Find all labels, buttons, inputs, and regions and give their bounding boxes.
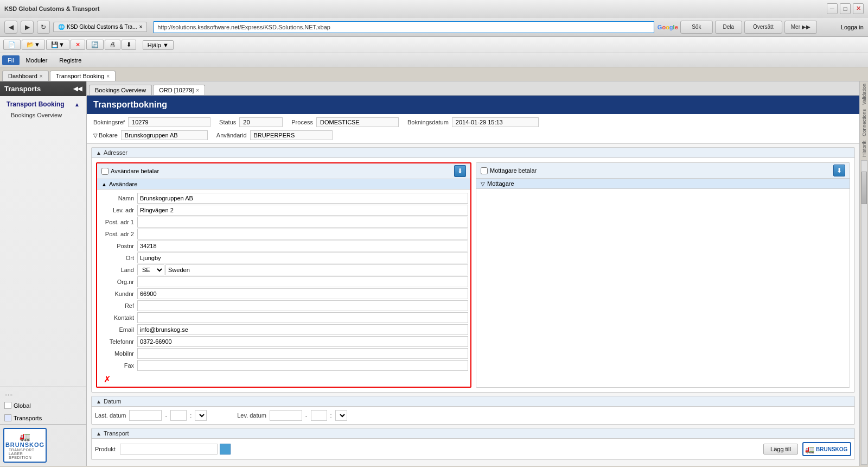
save-btn[interactable]: 💾▼	[46, 40, 69, 50]
land-input-group: SE	[137, 264, 468, 275]
ref-input[interactable]	[137, 300, 468, 311]
refresh-button[interactable]: ↻	[37, 21, 50, 34]
close-button[interactable]: ✕	[853, 3, 864, 14]
datum-label: Datum	[104, 398, 121, 405]
transport-truck-icon: 🚛	[805, 445, 814, 453]
sidebar-item-transport-booking[interactable]: Transport Booking ▲	[0, 98, 86, 110]
sub-tab-ord-close[interactable]: ×	[196, 87, 199, 93]
kundnr-input[interactable]	[137, 288, 468, 299]
sidebar-sub-bookings-overview[interactable]: Bookings Overview	[0, 110, 86, 120]
bokare-input[interactable]	[121, 130, 208, 140]
transport-chevron-icon: ▲	[96, 431, 101, 437]
post-adr2-input[interactable]	[137, 229, 468, 239]
produkt-input[interactable]	[120, 444, 218, 455]
transport-header[interactable]: ▲ Transport	[92, 428, 854, 439]
lev-time-dropdown[interactable]	[335, 410, 347, 421]
maximize-button[interactable]: □	[840, 3, 851, 14]
org-nr-label: Org.nr	[99, 279, 137, 285]
new-btn[interactable]: 📄	[3, 40, 21, 50]
bokare-expand[interactable]: ▽ Bokare	[93, 132, 118, 138]
mottagare-down-btn[interactable]: ⬇	[833, 165, 845, 176]
login-link[interactable]: Logga in	[841, 24, 864, 30]
fax-input[interactable]	[137, 360, 468, 371]
bokare-label: Bokare	[99, 132, 118, 138]
bokningsdatum-input[interactable]	[452, 117, 539, 127]
process-input[interactable]	[316, 117, 399, 127]
scrollbar-track[interactable]	[861, 160, 867, 465]
tab-transport-booking[interactable]: Transport Booking ×	[50, 71, 116, 81]
sub-tab-bookings-overview[interactable]: Bookings Overview	[89, 85, 152, 95]
lev-date-input[interactable]	[270, 410, 302, 421]
minimize-button[interactable]: ─	[827, 3, 838, 14]
bokningsref-input[interactable]	[128, 117, 210, 127]
kontakt-input[interactable]	[137, 312, 468, 323]
bokningsref-label: Bokningsref	[93, 119, 125, 125]
avsandare-down-btn[interactable]: ⬇	[454, 165, 466, 177]
last-time-input[interactable]	[170, 410, 187, 421]
help-btn[interactable]: Hjälp ▼	[143, 40, 174, 50]
namn-input[interactable]	[137, 193, 468, 204]
google-translate-btn[interactable]: Översätt	[744, 21, 782, 34]
forward-button[interactable]: ▶	[21, 21, 34, 34]
lev-adr-input[interactable]	[137, 205, 468, 216]
kontakt-label: Kontakt	[99, 314, 137, 321]
sidebar-footer-global[interactable]: Global	[0, 399, 86, 412]
refresh-btn2[interactable]: 🔄	[86, 40, 104, 50]
adresser-header[interactable]: ▲ Adresser	[92, 148, 854, 158]
land-code-select[interactable]: SE	[137, 264, 164, 275]
mottagare-betalar-checkbox[interactable]	[481, 167, 488, 174]
form-header: Transportbokning	[87, 96, 859, 114]
datum-header[interactable]: ▲ Datum	[92, 396, 854, 407]
google-share-btn[interactable]: Dela	[715, 21, 742, 34]
org-nr-input[interactable]	[137, 276, 468, 287]
open-btn[interactable]: 📂▼	[22, 40, 45, 50]
tab-dashboard-close[interactable]: ×	[40, 73, 43, 79]
kundnr-label: Kundnr	[99, 291, 137, 297]
avsandare-betalar-checkbox[interactable]	[101, 168, 108, 175]
avsandare-chevron-icon: ▲	[101, 181, 107, 187]
print-btn[interactable]: 🖨	[105, 40, 120, 50]
status-input[interactable]	[239, 117, 283, 127]
back-button[interactable]: ◀	[4, 21, 17, 34]
sub-tab-ord[interactable]: ORD [10279] ×	[153, 85, 205, 95]
lagg-till-btn[interactable]: Lägg till	[763, 444, 798, 455]
post-adr1-input[interactable]	[137, 217, 468, 228]
ort-input[interactable]	[137, 253, 468, 263]
delete-avsandare-btn[interactable]: ✗	[101, 373, 113, 386]
menu-moduler[interactable]: Moduler	[21, 55, 53, 65]
browser-tab-1-close[interactable]: ×	[139, 24, 143, 30]
down-btn[interactable]: ⬇	[122, 40, 136, 50]
email-label: Email	[99, 326, 137, 333]
sub-tab-ord-label: ORD [10279]	[159, 87, 194, 93]
postnr-input[interactable]	[137, 241, 468, 251]
menu-fil[interactable]: Fil	[2, 55, 20, 65]
tab-transport-booking-close[interactable]: ×	[106, 73, 110, 79]
google-more-btn[interactable]: Mer ▶▶	[784, 21, 817, 34]
address-input[interactable]	[154, 21, 654, 33]
adresser-body: Avsändare betalar ⬇ ▲ Avsändare Namn	[92, 158, 854, 392]
transports-checkbox[interactable]	[4, 414, 11, 421]
land-name-input[interactable]	[165, 264, 468, 275]
datum-section: ▲ Datum Last. datum - :	[91, 396, 855, 425]
sidebar-footer-transports[interactable]: Transports	[0, 412, 86, 424]
cancel-btn[interactable]: ✕	[71, 40, 85, 50]
last-date-input[interactable]	[129, 410, 162, 421]
mobilnr-input[interactable]	[137, 348, 468, 359]
menu-registre[interactable]: Registre	[54, 55, 87, 65]
global-checkbox[interactable]	[4, 402, 11, 409]
sidebar-title: Transports	[4, 85, 41, 93]
browser-tab-1[interactable]: 🌐 KSD Global Customs & Tra... ×	[53, 22, 147, 32]
transport-section: ▲ Transport Produkt Lägg till 🚛	[91, 428, 855, 460]
anvandarid-input[interactable]	[250, 130, 333, 140]
sidebar-collapse-btn[interactable]: ◀◀	[73, 85, 82, 92]
google-search-btn[interactable]: Sök	[680, 21, 713, 34]
last-time-dropdown[interactable]	[195, 410, 207, 421]
email-input[interactable]	[137, 324, 468, 335]
right-panel: Validation Connections Historik	[859, 81, 868, 466]
lev-time-input[interactable]	[311, 410, 327, 421]
telefonnr-input[interactable]	[137, 336, 468, 347]
scrollbar-thumb[interactable]	[861, 172, 867, 204]
addr-postnr-row: Postnr	[99, 241, 468, 251]
produkt-dropdown-btn[interactable]	[220, 444, 231, 455]
tab-dashboard[interactable]: Dashboard ×	[2, 71, 49, 81]
